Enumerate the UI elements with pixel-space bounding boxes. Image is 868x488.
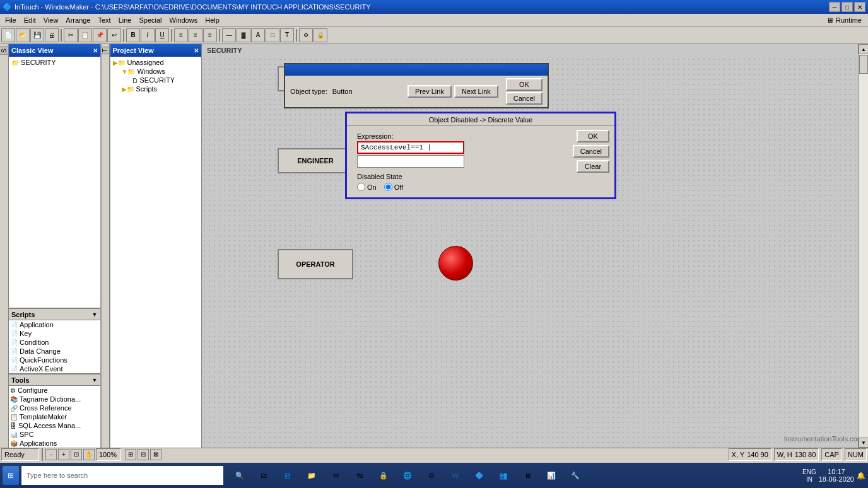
menu-line[interactable]: Line xyxy=(115,14,136,26)
radio-off-input[interactable] xyxy=(384,183,392,191)
taskbar-tia[interactable]: ⚙ xyxy=(420,464,443,487)
taskbar-remote[interactable]: 🖥 xyxy=(516,464,539,487)
scripts-condition[interactable]: 📄 Condition xyxy=(9,338,100,347)
tools-cross-ref[interactable]: 🔗 Cross Reference xyxy=(9,404,100,412)
menu-special[interactable]: Special xyxy=(135,14,165,26)
expression-input[interactable] xyxy=(357,141,464,154)
inner-clear-btn[interactable]: Clear xyxy=(577,160,609,173)
side-letter-s[interactable]: S xyxy=(0,44,9,448)
inner-ok-btn[interactable]: OK xyxy=(577,130,609,142)
next-link-btn[interactable]: Next Link xyxy=(454,85,498,98)
lock-btn[interactable]: 🔒 xyxy=(314,28,327,42)
close-btn[interactable]: ✕ xyxy=(854,2,865,12)
scripts-application[interactable]: 📄 Application xyxy=(9,320,100,329)
pv-scripts[interactable]: ▶📁 Scripts xyxy=(112,84,201,93)
prev-link-btn[interactable]: Prev Link xyxy=(408,85,452,98)
taskbar-taskview[interactable]: 🗂 xyxy=(252,464,275,487)
zoom-in-btn[interactable]: + xyxy=(58,449,69,460)
fill-btn[interactable]: ▓ xyxy=(237,28,250,42)
menu-view[interactable]: View xyxy=(40,14,62,26)
align-left-btn[interactable]: ≡ xyxy=(174,28,188,42)
fit-btn[interactable]: ⊡ xyxy=(71,449,82,460)
line-style-btn[interactable]: — xyxy=(222,28,236,42)
save-btn[interactable]: 💾 xyxy=(30,28,44,42)
classic-view-close[interactable]: ✕ xyxy=(93,47,98,54)
taskbar-word[interactable]: W xyxy=(444,464,467,487)
radio-on[interactable]: On xyxy=(357,183,377,191)
paste-btn[interactable]: 📌 xyxy=(93,28,107,42)
scroll-thumb[interactable] xyxy=(859,55,868,74)
tools-section-header[interactable]: Tools ▼ xyxy=(9,375,100,386)
menu-text[interactable]: Text xyxy=(95,14,115,26)
scripts-section-header[interactable]: Scripts ▼ xyxy=(9,309,100,320)
snap-btn[interactable]: ⊟ xyxy=(138,449,149,460)
align-btn[interactable]: ⊠ xyxy=(150,449,161,460)
inner-dialog[interactable]: Object Disabled -> Discrete Value Expres… xyxy=(345,112,616,199)
align-right-btn[interactable]: ≡ xyxy=(203,28,217,42)
taskbar-edge[interactable]: e xyxy=(276,464,299,487)
tree-item-security-classic[interactable]: 📁 SECURITY xyxy=(10,58,99,67)
scroll-track[interactable] xyxy=(859,54,868,438)
open-btn[interactable]: 📂 xyxy=(16,28,30,42)
menu-help[interactable]: Help xyxy=(201,14,223,26)
taskbar-mail[interactable]: ✉ xyxy=(324,464,347,487)
scripts-key[interactable]: 📄 Key xyxy=(9,329,100,338)
undo-btn[interactable]: ↩ xyxy=(107,28,121,42)
operator-canvas-btn[interactable]: OPERATOR xyxy=(278,249,353,279)
rect-btn[interactable]: □ xyxy=(266,28,279,42)
wizard-btn[interactable]: ⚙ xyxy=(299,28,313,42)
radio-on-input[interactable] xyxy=(357,183,365,191)
scripts-quickfunctions[interactable]: 📄 QuickFunctions xyxy=(9,356,100,364)
bold-btn[interactable]: B xyxy=(126,28,140,42)
side-letter-t[interactable]: T xyxy=(101,44,110,448)
notification-icon[interactable]: 🔔 xyxy=(857,472,865,480)
cut-btn[interactable]: ✂ xyxy=(64,28,78,42)
main-ok-btn[interactable]: OK xyxy=(506,78,542,91)
main-cancel-btn[interactable]: Cancel xyxy=(506,92,542,105)
scroll-up-btn[interactable]: ▲ xyxy=(859,44,868,54)
scroll-down-btn[interactable]: ▼ xyxy=(859,438,868,448)
scripts-activex[interactable]: 📄 ActiveX Event xyxy=(9,364,100,373)
minimize-btn[interactable]: ─ xyxy=(829,2,840,12)
taskbar-chrome[interactable]: 🌐 xyxy=(396,464,419,487)
color-btn[interactable]: A xyxy=(251,28,265,42)
tools-configure[interactable]: ⚙ Configure xyxy=(9,386,100,395)
italic-btn[interactable]: I xyxy=(141,28,155,42)
engineer-canvas-btn[interactable]: ENGINEER xyxy=(278,148,353,173)
taskbar-security-app[interactable]: 🔒 xyxy=(372,464,395,487)
menu-windows[interactable]: Windows xyxy=(166,14,202,26)
tools-templatemaker[interactable]: 📋 TemplateMaker xyxy=(9,412,100,421)
print-btn[interactable]: 🖨 xyxy=(45,28,59,42)
pv-unassigned[interactable]: ▶📁 Unassigned xyxy=(112,58,201,67)
pv-windows[interactable]: ▼📁 Windows xyxy=(112,67,201,76)
taskbar-misc1[interactable]: 📊 xyxy=(540,464,563,487)
taskbar-misc2[interactable]: 🔧 xyxy=(564,464,587,487)
taskbar-explorer[interactable]: 📁 xyxy=(300,464,323,487)
taskbar-teams[interactable]: 👥 xyxy=(492,464,515,487)
tools-spc[interactable]: 📊 SPC xyxy=(9,430,100,439)
start-button[interactable]: ⊞ xyxy=(3,466,19,485)
search-bar[interactable]: Type here to search xyxy=(21,466,223,485)
tools-tagname-dict[interactable]: 📚 Tagname Dictiona... xyxy=(9,395,100,404)
copy-btn[interactable]: 📋 xyxy=(78,28,92,42)
taskbar-store[interactable]: 🛍 xyxy=(348,464,371,487)
side-t-label[interactable]: T xyxy=(100,47,110,54)
right-scrollbar[interactable]: ▲ ▼ xyxy=(858,44,868,448)
inner-cancel-btn[interactable]: Cancel xyxy=(573,145,609,158)
underline-btn[interactable]: U xyxy=(155,28,169,42)
expression-secondary-input[interactable] xyxy=(357,155,464,168)
align-center-btn[interactable]: ≡ xyxy=(189,28,202,42)
grid-btn[interactable]: ⊞ xyxy=(125,449,136,460)
pv-security[interactable]: 🗋 SECURITY xyxy=(112,76,201,84)
restore-btn[interactable]: □ xyxy=(842,2,853,12)
pan-btn[interactable]: ✋ xyxy=(83,449,95,460)
main-dialog[interactable]: Object type: Button Prev Link Next Link … xyxy=(284,63,549,108)
tools-applications[interactable]: 📦 Applications xyxy=(9,439,100,448)
canvas-content[interactable]: MANAGER ENGINEER OPERATOR Instrumentatio… xyxy=(202,57,868,448)
side-s-label[interactable]: S xyxy=(0,47,9,55)
radio-off[interactable]: Off xyxy=(384,183,403,191)
project-view-close[interactable]: ✕ xyxy=(194,47,199,54)
tools-sql[interactable]: 🗄 SQL Access Mana... xyxy=(9,421,100,430)
menu-file[interactable]: File xyxy=(1,14,20,26)
taskbar-intouch[interactable]: 🔷 xyxy=(468,464,491,487)
